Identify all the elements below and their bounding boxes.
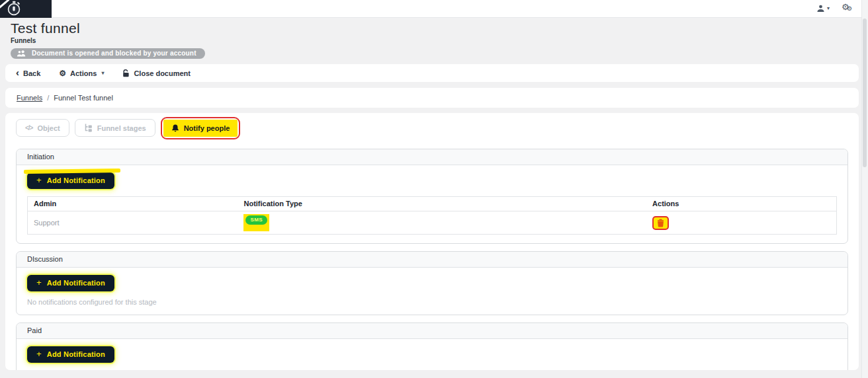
user-menu-caret-icon: ▾ (827, 6, 830, 11)
gear-small-icon: ⚙ (847, 5, 852, 12)
page-header: Test funnel Funnels Document is opened a… (0, 18, 868, 59)
user-menu[interactable]: ▾ (816, 5, 830, 13)
section-initiation-title: Initiation (17, 149, 847, 165)
breadcrumb-separator: / (47, 94, 49, 102)
page-title: Test funnel (11, 20, 857, 36)
back-label: Back (23, 69, 40, 77)
cell-actions (646, 211, 836, 235)
column-header-actions: Actions (646, 197, 836, 211)
add-notification-label: Add Notification (47, 350, 105, 358)
sms-type-badge: SMS (245, 215, 267, 225)
bell-icon (171, 124, 179, 133)
delete-notification-button[interactable] (652, 216, 669, 230)
close-document-button[interactable]: Close document (122, 69, 191, 77)
tab-funnel-stages[interactable]: Funnel stages (75, 119, 155, 137)
actions-label: Actions (70, 69, 97, 77)
people-icon (17, 50, 26, 57)
cell-admin: Support (28, 211, 238, 235)
app-logo[interactable] (0, 0, 52, 18)
tab-object-label: Object (37, 124, 60, 132)
gear-icon: ⚙ (59, 69, 66, 77)
vertical-scrollbar[interactable] (861, 0, 868, 378)
settings-button[interactable]: ⚙ ⚙ (842, 3, 853, 14)
section-paid: Paid + Add Notification No notifications… (16, 322, 848, 370)
action-toolbar: ‹ Back ⚙ Actions ▾ Close document (5, 64, 859, 82)
tab-funnel-stages-label: Funnel stages (97, 124, 146, 132)
notify-people-annotation-outline: Notify people (161, 117, 241, 139)
section-paid-title: Paid (17, 323, 847, 339)
chevron-down-icon: ▾ (101, 71, 104, 76)
code-icon: </> (25, 124, 32, 132)
scrollbar-thumb[interactable] (863, 19, 867, 167)
add-notification-label: Add Notification (47, 176, 105, 184)
tab-bar: </> Object Funnel stages Notify people (16, 119, 848, 141)
user-icon (816, 5, 825, 13)
cell-notification-type: SMS (238, 211, 646, 235)
add-notification-button[interactable]: + Add Notification (27, 346, 114, 363)
empty-state-text: No notifications configured for this sta… (27, 369, 837, 370)
actions-dropdown-button[interactable]: ⚙ Actions ▾ (59, 69, 104, 77)
main-content-card: </> Object Funnel stages Notify people (5, 113, 859, 370)
section-discussion-title: DIscussion (17, 252, 847, 268)
unlock-icon (122, 69, 130, 77)
tab-object[interactable]: </> Object (16, 119, 69, 137)
annotation-highlight (24, 169, 120, 174)
add-notification-button[interactable]: + Add Notification (27, 172, 114, 189)
tab-notify-people[interactable]: Notify people (163, 120, 238, 137)
column-header-notification-type: Notification Type (238, 197, 646, 211)
stopwatch-logo-icon (7, 1, 21, 17)
empty-state-text: No notifications configured for this sta… (27, 298, 837, 306)
top-bar: ▾ ⚙ ⚙ (0, 0, 868, 18)
section-initiation: Initiation + Add Notification Admin Noti… (16, 149, 848, 244)
section-discussion: DIscussion + Add Notification No notific… (16, 251, 848, 315)
add-notification-button[interactable]: + Add Notification (27, 275, 114, 291)
tab-notify-people-label: Notify people (184, 124, 230, 132)
breadcrumb-funnels-link[interactable]: Funnels (17, 94, 42, 102)
trash-icon (657, 219, 664, 227)
close-document-label: Close document (134, 69, 191, 77)
annotation-highlight: SMS (243, 214, 269, 231)
notifications-table: Admin Notification Type Actions Support … (27, 196, 837, 235)
add-notification-label: Add Notification (47, 279, 105, 287)
page-subtitle: Funnels (11, 37, 857, 44)
breadcrumb: Funnels / Funnel Test funnel (5, 88, 859, 108)
document-locked-badge: Document is opened and blocked by your a… (11, 48, 205, 59)
document-locked-text: Document is opened and blocked by your a… (32, 50, 196, 57)
back-button[interactable]: ‹ Back (16, 69, 40, 77)
breadcrumb-current: Funnel Test funnel (54, 94, 113, 102)
table-row: Support SMS (28, 211, 837, 235)
stages-tree-icon (84, 124, 93, 132)
column-header-admin: Admin (28, 197, 238, 211)
